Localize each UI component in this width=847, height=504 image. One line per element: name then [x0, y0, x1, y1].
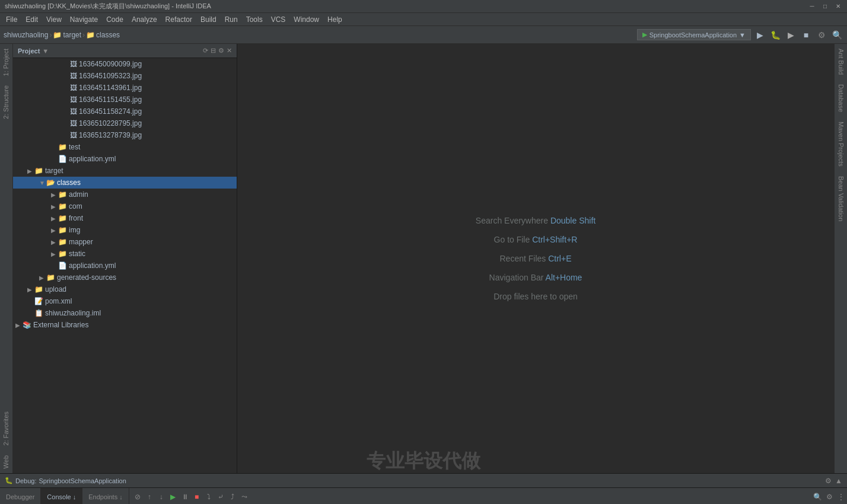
tree-icon: 📁: [46, 273, 55, 282]
breadcrumb-target[interactable]: 📁 target: [53, 31, 81, 39]
menu-item-build[interactable]: Build: [197, 14, 220, 25]
console-up-btn[interactable]: ↑: [144, 491, 155, 503]
close-panel-btn[interactable]: ✕: [227, 47, 232, 55]
debugger-tab[interactable]: Debugger: [0, 488, 41, 505]
console-more-btn[interactable]: ⋮: [835, 491, 847, 503]
breadcrumb-project[interactable]: shiwuzhaoling: [4, 31, 48, 39]
console-pause-btn[interactable]: ⏸: [179, 491, 191, 503]
shortcut-goto: Ctrl+Shift+R: [532, 235, 577, 244]
maven-tab[interactable]: Maven Projects: [835, 117, 847, 171]
structure-tab[interactable]: 2: Structure: [0, 81, 12, 124]
menu-item-navigate[interactable]: Navigate: [66, 14, 101, 25]
web-tab[interactable]: Web: [0, 451, 12, 473]
tree-item-1636451158274_jpg[interactable]: 🖼 1636451158274.jpg: [13, 106, 237, 117]
tree-item-application_yml[interactable]: 📄 application.yml: [13, 260, 237, 272]
breadcrumb-classes[interactable]: 📁 classes: [86, 31, 120, 39]
menu-item-analyze[interactable]: Analyze: [128, 14, 161, 25]
tree-item-External_Libraries[interactable]: ▶ 📚 External Libraries: [13, 319, 237, 331]
collapse-tool-btn[interactable]: ⊟: [211, 47, 216, 55]
coverage-button[interactable]: ▶: [784, 28, 797, 42]
tree-item-front[interactable]: ▶ 📁 front: [13, 212, 237, 224]
tree-icon: 📚: [23, 321, 31, 329]
debug-button[interactable]: 🐛: [769, 28, 782, 42]
tree-item-1636450090099_jpg[interactable]: 🖼 1636450090099.jpg: [13, 58, 237, 70]
expand-icon[interactable]: ▲: [835, 477, 842, 485]
tree-item-1636510228795_jpg[interactable]: 🖼 1636510228795.jpg: [13, 117, 237, 129]
tree-label: 1636510228795.jpg: [79, 119, 142, 127]
tree-item-generated-sources[interactable]: ▶ 📁 generated-sources: [13, 272, 237, 283]
tree-item-test[interactable]: 📁 test: [13, 141, 237, 153]
tree-item-com[interactable]: ▶ 📁 com: [13, 200, 237, 212]
project-dropdown-icon[interactable]: ▼: [42, 47, 49, 55]
tree-item-img[interactable]: ▶ 📁 img: [13, 224, 237, 236]
tree-item-admin[interactable]: ▶ 📁 admin: [13, 189, 237, 200]
tree-icon: 🖼: [70, 131, 77, 139]
bean-validation-tab[interactable]: Bean Validation: [835, 171, 847, 226]
tree-item-upload[interactable]: ▶ 📁 upload: [13, 283, 237, 295]
tree-item-application_yml[interactable]: 📄 application.yml: [13, 153, 237, 165]
tree-label: 1636451095323.jpg: [79, 72, 142, 80]
console-down-btn[interactable]: ↓: [155, 491, 167, 503]
tree-item-1636451095323_jpg[interactable]: 🖼 1636451095323.jpg: [13, 70, 237, 82]
tree-label: External Libraries: [33, 321, 88, 329]
tree-label: com: [69, 202, 82, 210]
endpoints-tab[interactable]: Endpoints ↓: [82, 488, 129, 505]
console-step-out-btn[interactable]: ⤴: [227, 491, 238, 503]
database-tab[interactable]: Database: [835, 79, 847, 117]
minimize-button[interactable]: ─: [808, 2, 816, 11]
ant-build-tab[interactable]: Ant Build: [835, 44, 847, 79]
menu-item-edit[interactable]: Edit: [22, 14, 42, 25]
settings-icon[interactable]: ⚙: [825, 477, 832, 485]
project-tab[interactable]: 1: Project: [0, 44, 12, 81]
sync-tool-btn[interactable]: ⟳: [203, 47, 208, 55]
tree-item-target[interactable]: ▶ 📁 target: [13, 165, 237, 177]
console-resume-btn[interactable]: ▶: [167, 491, 179, 503]
tree-arrow: ▶: [51, 203, 58, 210]
menu-item-run[interactable]: Run: [221, 14, 241, 25]
run-button[interactable]: ▶: [753, 28, 766, 42]
close-button[interactable]: ✕: [834, 2, 842, 11]
favorites-tab[interactable]: 2: Favorites: [0, 407, 12, 450]
menu-item-vcs[interactable]: VCS: [268, 14, 289, 25]
project-tree: 🖼 1636450090099.jpg 🖼 1636451095323.jpg …: [13, 58, 237, 473]
tree-icon: 📁: [58, 238, 67, 246]
menu-item-window[interactable]: Window: [290, 14, 323, 25]
console-step-over-btn[interactable]: ⤵: [203, 491, 215, 503]
tree-label: application.yml: [69, 155, 116, 163]
title-bar: shiwuzhaoling [D:\KK_Movies\未完成项目\shiwuz…: [0, 0, 847, 13]
menu-item-refactor[interactable]: Refactor: [162, 14, 196, 25]
menu-item-code[interactable]: Code: [103, 14, 127, 25]
console-tab[interactable]: Console ↓: [41, 488, 82, 505]
menu-item-help[interactable]: Help: [324, 14, 346, 25]
tree-label: 1636451151455.jpg: [79, 95, 142, 104]
stop-button[interactable]: ■: [800, 28, 813, 42]
maximize-button[interactable]: □: [821, 2, 829, 11]
search-toolbar-button[interactable]: 🔍: [830, 28, 843, 42]
console-stop-btn[interactable]: ■: [191, 491, 203, 503]
console-settings-btn[interactable]: ⚙: [823, 491, 835, 503]
menu-item-file[interactable]: File: [2, 14, 21, 25]
console-filter-btn[interactable]: 🔍: [811, 491, 823, 503]
tree-item-1636451151455_jpg[interactable]: 🖼 1636451151455.jpg: [13, 94, 237, 106]
tree-item-1636513278739_jpg[interactable]: 🖼 1636513278739.jpg: [13, 129, 237, 141]
console-step-into-btn[interactable]: ⤶: [215, 491, 227, 503]
menu-item-tools[interactable]: Tools: [243, 14, 266, 25]
tree-icon: 📁: [34, 167, 43, 175]
tree-icon: 📄: [58, 261, 67, 270]
project-title-text: Project: [18, 47, 40, 55]
menu-item-view[interactable]: View: [43, 14, 65, 25]
tree-item-shiwuzhaoling_iml[interactable]: 📋 shiwuzhaoling.iml: [13, 307, 237, 319]
tree-item-pom_xml[interactable]: 📝 pom.xml: [13, 295, 237, 307]
tree-arrow: ▶: [51, 192, 58, 198]
tree-label: static: [69, 250, 85, 258]
tree-item-mapper[interactable]: ▶ 📁 mapper: [13, 236, 237, 248]
tree-item-1636451143961_jpg[interactable]: 🖼 1636451143961.jpg: [13, 82, 237, 94]
settings-tool-btn[interactable]: ⚙: [218, 47, 224, 55]
more-toolbar-button[interactable]: ⚙: [815, 28, 828, 42]
console-clear-btn[interactable]: ⊘: [132, 491, 144, 503]
tree-item-classes[interactable]: ▼ 📂 classes: [13, 177, 237, 189]
console-run-cursor-btn[interactable]: ⤳: [238, 491, 250, 503]
run-config-selector[interactable]: ▶ SpringbootSchemaApplication ▼: [637, 29, 751, 40]
tree-item-static[interactable]: ▶ 📁 static: [13, 248, 237, 260]
bottom-tabs-toolbar: Debugger Console ↓ Endpoints ↓ ⊘ ↑ ↓ ▶ ⏸…: [0, 488, 847, 504]
